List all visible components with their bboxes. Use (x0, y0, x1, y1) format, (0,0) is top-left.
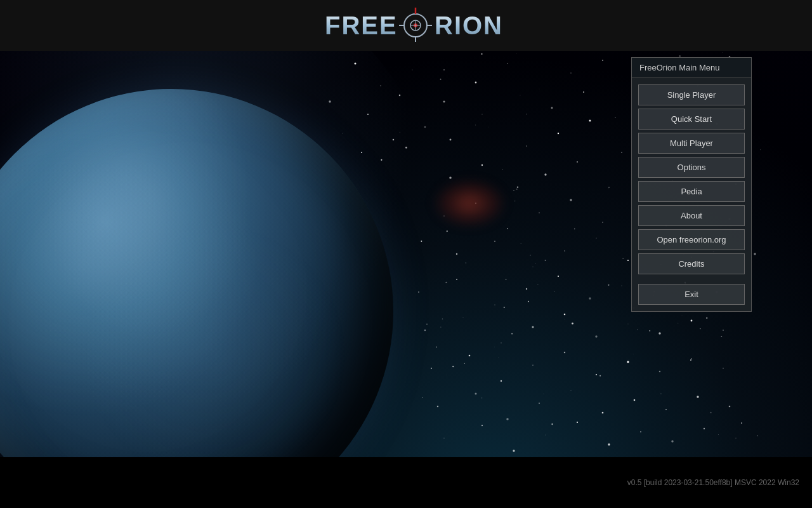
svg-point-142 (445, 282, 447, 283)
svg-point-101 (723, 330, 724, 331)
svg-point-108 (627, 361, 629, 363)
svg-point-128 (640, 431, 641, 432)
svg-point-158 (464, 363, 465, 364)
logo-container: FREE FREE (287, 6, 525, 44)
svg-point-157 (516, 53, 517, 54)
svg-point-67 (602, 222, 603, 222)
svg-point-140 (517, 187, 519, 189)
svg-point-116 (571, 391, 572, 391)
svg-point-124 (513, 450, 514, 451)
svg-point-49 (393, 139, 395, 141)
svg-point-92 (424, 330, 426, 331)
svg-point-162 (481, 398, 482, 398)
logo-svg: FREE RION (322, 6, 525, 44)
svg-point-106 (564, 352, 565, 353)
svg-point-153 (426, 323, 428, 324)
open-website-button[interactable]: Open freeorion.org (638, 229, 745, 250)
svg-point-211 (690, 359, 691, 361)
svg-point-173 (700, 328, 700, 329)
svg-point-17 (602, 60, 603, 61)
svg-point-172 (506, 279, 507, 280)
exit-button[interactable]: Exit (638, 284, 745, 305)
pedia-button[interactable]: Pedia (638, 181, 745, 202)
svg-point-141 (682, 315, 683, 316)
svg-text:RION: RION (435, 11, 503, 39)
svg-point-154 (599, 375, 601, 377)
svg-text:FREE: FREE (325, 11, 398, 39)
svg-point-115 (539, 403, 540, 404)
svg-point-204 (447, 231, 448, 232)
svg-point-16 (570, 72, 572, 74)
svg-point-205 (421, 241, 422, 242)
svg-point-156 (440, 79, 442, 80)
svg-point-50 (361, 152, 362, 153)
svg-point-43 (380, 85, 381, 86)
svg-point-194 (405, 147, 407, 149)
svg-point-110 (691, 358, 692, 359)
svg-point-76 (596, 238, 597, 239)
svg-point-135 (527, 114, 527, 114)
svg-point-57 (608, 187, 609, 187)
svg-point-37 (621, 152, 622, 152)
svg-point-182 (638, 330, 638, 330)
svg-point-96 (564, 314, 566, 316)
svg-point-155 (649, 330, 650, 331)
svg-point-85 (526, 288, 527, 290)
svg-point-74 (533, 267, 534, 267)
single-player-button[interactable]: Single Player (638, 84, 745, 105)
svg-point-117 (602, 412, 604, 414)
svg-point-184 (528, 301, 529, 302)
svg-point-84 (494, 304, 495, 305)
svg-point-127 (608, 443, 610, 445)
svg-point-145 (452, 366, 454, 367)
multi-player-button[interactable]: Multi Player (638, 133, 745, 154)
credits-button[interactable]: Credits (638, 253, 745, 274)
svg-point-126 (577, 422, 578, 423)
svg-point-56 (577, 161, 578, 163)
svg-point-66 (570, 199, 572, 201)
svg-point-86 (558, 276, 559, 277)
svg-point-87 (589, 297, 591, 300)
svg-point-169 (741, 422, 742, 424)
svg-point-152 (381, 159, 382, 161)
svg-point-54 (513, 190, 514, 190)
svg-point-207 (757, 436, 757, 436)
svg-point-77 (627, 260, 629, 261)
svg-point-125 (546, 435, 546, 436)
svg-point-118 (634, 399, 636, 401)
menu-buttons: Single PlayerQuick StartMulti PlayerOpti… (632, 78, 751, 281)
svg-point-186 (660, 393, 661, 394)
svg-point-45 (329, 100, 331, 102)
svg-point-105 (532, 364, 533, 365)
svg-point-53 (481, 164, 483, 166)
svg-point-25 (551, 107, 553, 109)
svg-point-130 (704, 428, 705, 429)
svg-point-139 (710, 412, 712, 413)
svg-point-34 (526, 145, 527, 147)
quick-start-button[interactable]: Quick Start (638, 109, 745, 130)
svg-point-150 (436, 347, 437, 348)
options-button[interactable]: Options (638, 157, 745, 178)
svg-point-107 (596, 374, 597, 375)
svg-point-15 (539, 89, 540, 90)
svg-point-42 (412, 70, 413, 70)
svg-point-64 (507, 228, 508, 229)
svg-point-209 (608, 284, 610, 286)
svg-point-14 (507, 63, 508, 64)
svg-point-13 (475, 82, 477, 84)
svg-point-133 (678, 323, 678, 324)
svg-point-51 (343, 133, 343, 134)
svg-point-88 (622, 286, 622, 286)
svg-point-104 (501, 380, 502, 382)
svg-point-44 (354, 62, 356, 64)
svg-point-190 (622, 258, 623, 258)
freeorion-logo-icon: FREE (289, 8, 320, 40)
svg-point-149 (504, 307, 505, 308)
svg-point-12 (443, 69, 445, 70)
svg-point-33 (488, 127, 489, 128)
svg-point-176 (554, 291, 555, 292)
svg-point-144 (494, 347, 495, 347)
svg-point-195 (572, 323, 573, 324)
about-button[interactable]: About (638, 205, 745, 226)
svg-point-82 (418, 291, 419, 293)
